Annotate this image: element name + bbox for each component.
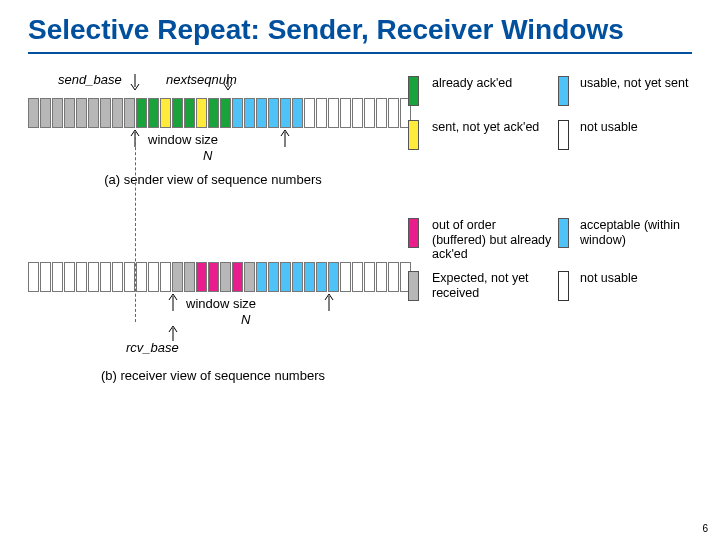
seq-cell xyxy=(148,98,159,128)
legend-sender: already ack'ed usable, not yet sent sent… xyxy=(408,76,690,150)
seq-cell xyxy=(304,262,315,292)
seq-cell xyxy=(88,262,99,292)
seq-cell xyxy=(328,262,339,292)
seq-cell xyxy=(268,262,279,292)
swatch-expected xyxy=(408,271,419,301)
seq-cell xyxy=(124,98,135,128)
arrow-rcv-window-right xyxy=(322,294,336,312)
swatch-acceptable xyxy=(558,218,569,248)
page-title: Selective Repeat: Sender, Receiver Windo… xyxy=(28,14,692,46)
sender-section: send_base nextseqnum window size N (a) s… xyxy=(28,72,692,222)
seq-cell xyxy=(316,262,327,292)
seq-cell xyxy=(64,98,75,128)
seq-cell xyxy=(184,262,195,292)
seq-cell xyxy=(220,262,231,292)
legend-acked: already ack'ed xyxy=(432,76,552,90)
seq-cell xyxy=(208,262,219,292)
seq-cell xyxy=(388,262,399,292)
legend-expected: Expected, not yet received xyxy=(432,271,552,300)
label-rcv-window-N: N xyxy=(241,312,250,327)
seq-cell xyxy=(232,98,243,128)
seq-cell xyxy=(88,98,99,128)
arrow-send-base xyxy=(130,74,140,92)
legend-usable: usable, not yet sent xyxy=(580,76,690,90)
seq-cell xyxy=(148,262,159,292)
seq-cell xyxy=(280,262,291,292)
legend-receiver: out of order (buffered) but already ack'… xyxy=(408,218,690,301)
seq-cell xyxy=(292,262,303,292)
seq-cell xyxy=(136,262,147,292)
seq-cell xyxy=(196,262,207,292)
seq-cell xyxy=(160,262,171,292)
seq-cell xyxy=(52,262,63,292)
seq-cell xyxy=(376,98,387,128)
seq-cell xyxy=(352,262,363,292)
arrow-window-right xyxy=(278,130,292,148)
seq-cell xyxy=(136,98,147,128)
sender-caption: (a) sender view of sequence numbers xyxy=(28,172,398,187)
label-window-N: N xyxy=(203,148,212,163)
seq-cell xyxy=(256,98,267,128)
seq-cell xyxy=(100,98,111,128)
seq-cell xyxy=(52,98,63,128)
seq-cell xyxy=(244,262,255,292)
seq-cell xyxy=(352,98,363,128)
seq-cell xyxy=(328,98,339,128)
seq-cell xyxy=(172,98,183,128)
arrow-nextseqnum xyxy=(223,74,233,92)
seq-cell xyxy=(28,262,39,292)
seq-cell xyxy=(172,262,183,292)
label-send-base: send_base xyxy=(58,72,122,87)
label-rcv-base: rcv_base xyxy=(126,340,179,355)
swatch-acked xyxy=(408,76,419,106)
seq-cell xyxy=(76,98,87,128)
seq-cell xyxy=(292,98,303,128)
seq-cell xyxy=(280,98,291,128)
legend-acceptable: acceptable (within window) xyxy=(580,218,690,247)
swatch-usable xyxy=(558,76,569,106)
legend-sent: sent, not yet ack'ed xyxy=(432,120,552,134)
legend-buffered: out of order (buffered) but already ack'… xyxy=(432,218,552,261)
seq-cell xyxy=(364,98,375,128)
seq-cell xyxy=(340,98,351,128)
swatch-rcv-notusable xyxy=(558,271,569,301)
seq-cell xyxy=(232,262,243,292)
swatch-buffered xyxy=(408,218,419,248)
seq-cell xyxy=(124,262,135,292)
legend-rcv-notusable: not usable xyxy=(580,271,690,285)
swatch-notusable xyxy=(558,120,569,150)
seq-cell xyxy=(64,262,75,292)
seq-cell xyxy=(256,262,267,292)
receiver-caption: (b) receiver view of sequence numbers xyxy=(28,368,398,383)
seq-cell xyxy=(376,262,387,292)
seq-cell xyxy=(268,98,279,128)
seq-cell xyxy=(244,98,255,128)
seq-cell xyxy=(112,98,123,128)
seq-cell xyxy=(112,262,123,292)
seq-cell xyxy=(364,262,375,292)
legend-notusable: not usable xyxy=(580,120,690,134)
seq-cell xyxy=(208,98,219,128)
seq-cell xyxy=(76,262,87,292)
seq-cell xyxy=(40,262,51,292)
seq-cell xyxy=(160,98,171,128)
swatch-sent xyxy=(408,120,419,150)
page-number: 6 xyxy=(702,523,708,534)
label-rcv-window-size: window size xyxy=(186,296,256,311)
seq-cell xyxy=(184,98,195,128)
seq-cell xyxy=(388,98,399,128)
seq-cell xyxy=(220,98,231,128)
title-rule xyxy=(28,52,692,54)
label-window-size: window size xyxy=(148,132,218,147)
seq-cell xyxy=(316,98,327,128)
receiver-section: window size N rcv_base (b) receiver view… xyxy=(28,262,692,383)
seq-cell xyxy=(28,98,39,128)
arrow-rcv-window-left xyxy=(166,294,180,312)
seq-cell xyxy=(340,262,351,292)
seq-cell xyxy=(40,98,51,128)
seq-cell xyxy=(304,98,315,128)
seq-cell xyxy=(100,262,111,292)
seq-cell xyxy=(196,98,207,128)
